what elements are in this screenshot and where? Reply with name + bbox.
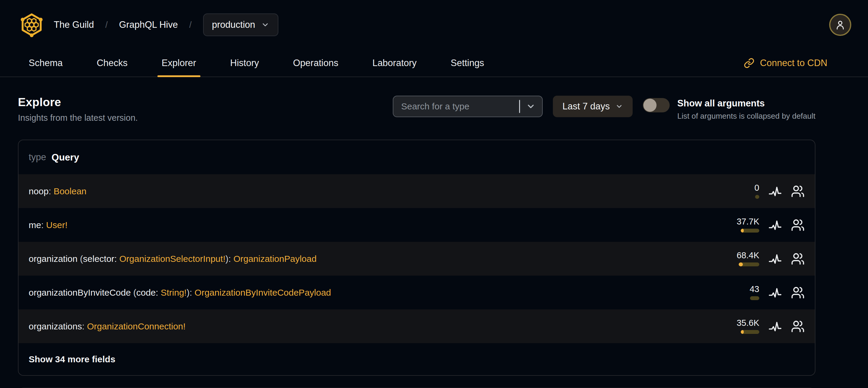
clients-button[interactable]	[791, 184, 805, 198]
breadcrumb: The Guild / GraphQL Hive / production	[54, 13, 278, 36]
user-menu-button[interactable]	[829, 14, 851, 36]
request-count: 0	[754, 183, 759, 192]
page-title: Explore	[18, 96, 138, 109]
field-stats: 35.6K	[709, 319, 805, 334]
argument-type-link[interactable]: OrganizationSelectorInput!	[120, 254, 225, 264]
field-signature: organization (selector: OrganizationSele…	[29, 254, 317, 264]
tab-settings[interactable]: Settings	[448, 50, 487, 77]
requests-over-time-button[interactable]	[768, 218, 782, 232]
activity-icon	[768, 320, 782, 333]
chevron-down-icon	[615, 102, 623, 110]
field-stats: 43	[709, 285, 805, 300]
request-count: 68.4K	[737, 251, 759, 260]
target-selector-button[interactable]: production	[203, 13, 279, 36]
requests-over-time-button[interactable]	[768, 320, 782, 333]
link-icon	[744, 58, 754, 68]
breadcrumb-org[interactable]: The Guild	[54, 20, 94, 30]
field-stats: 37.7K	[709, 217, 805, 233]
clients-button[interactable]	[791, 218, 805, 232]
user-icon	[835, 19, 846, 30]
requests-over-time-button[interactable]	[768, 252, 782, 266]
tab-schema[interactable]: Schema	[26, 50, 65, 77]
type-kind-label: type	[29, 152, 46, 162]
type-name: Query	[52, 152, 79, 163]
usage-bar	[750, 296, 759, 300]
toggle-description: List of arguments is collapsed by defaul…	[677, 112, 815, 121]
toggle-title: Show all arguments	[677, 98, 815, 109]
field-row: me: User!37.7K	[19, 208, 815, 242]
show-all-arguments-toggle[interactable]	[643, 98, 670, 112]
return-type-link[interactable]: OrganizationConnection!	[87, 321, 185, 331]
clients-button[interactable]	[791, 320, 805, 333]
page-heading: Explore Insights from the latest version…	[18, 96, 138, 123]
usage-bar	[741, 229, 759, 233]
clients-button[interactable]	[791, 286, 805, 300]
search-input[interactable]	[401, 101, 517, 112]
tab-checks[interactable]: Checks	[94, 50, 130, 77]
header: The Guild / GraphQL Hive / production	[0, 0, 868, 50]
field-name: me	[29, 220, 41, 230]
return-type-link[interactable]: User!	[46, 220, 67, 230]
field-row: noop: Boolean0	[19, 174, 815, 208]
request-count-block: 35.6K	[709, 319, 759, 334]
request-count-block: 43	[709, 285, 759, 300]
argument-type-link[interactable]: String!	[161, 288, 187, 297]
toggle-labels: Show all arguments List of arguments is …	[677, 98, 815, 121]
tab-explorer[interactable]: Explorer	[159, 50, 198, 77]
field-stats: 0	[709, 183, 805, 199]
field-name: organizationByInviteCode	[29, 288, 131, 297]
page-subtitle: Insights from the latest version.	[18, 113, 138, 123]
date-range-button[interactable]: Last 7 days	[553, 96, 632, 117]
return-type-link[interactable]: OrganizationPayload	[233, 254, 317, 264]
usage-bar	[741, 330, 759, 334]
main-content: Explore Insights from the latest version…	[0, 77, 868, 388]
request-count-block: 37.7K	[709, 217, 759, 233]
users-icon	[791, 252, 805, 266]
date-range-label: Last 7 days	[562, 101, 610, 112]
requests-over-time-button[interactable]	[768, 286, 782, 300]
hive-logo-icon[interactable]	[18, 12, 45, 37]
type-search-combobox[interactable]	[393, 96, 543, 117]
field-signature: organizationByInviteCode (code: String!)…	[29, 288, 331, 298]
activity-icon	[768, 286, 782, 300]
toggle-knob	[643, 99, 656, 112]
chevron-down-icon	[261, 21, 270, 29]
usage-bar	[755, 195, 759, 199]
usage-bar	[739, 263, 759, 266]
request-count: 37.7K	[737, 217, 759, 226]
users-icon	[791, 320, 805, 333]
request-count-block: 68.4K	[709, 251, 759, 266]
field-signature: noop: Boolean	[29, 186, 87, 197]
request-count: 35.6K	[737, 319, 759, 327]
type-card: type Query noop: Boolean0me: User!37.7Ko…	[18, 140, 815, 376]
show-more-fields-button[interactable]: Show 34 more fields	[19, 343, 815, 375]
tab-history[interactable]: History	[228, 50, 261, 77]
clients-button[interactable]	[791, 252, 805, 266]
tab-bar: Schema Checks Explorer History Operation…	[0, 50, 868, 77]
activity-icon	[768, 218, 782, 232]
requests-over-time-button[interactable]	[768, 184, 782, 198]
request-count: 43	[750, 285, 759, 294]
field-row: organization (selector: OrganizationSele…	[19, 242, 815, 276]
field-signature: organizations: OrganizationConnection!	[29, 321, 185, 331]
users-icon	[791, 218, 805, 232]
field-name: noop	[29, 186, 49, 196]
activity-icon	[768, 184, 782, 198]
users-icon	[791, 184, 805, 198]
tab-laboratory[interactable]: Laboratory	[370, 50, 419, 77]
breadcrumb-separator: /	[105, 20, 107, 30]
target-selector-label: production	[212, 20, 255, 30]
argument-name: code:	[136, 288, 161, 297]
tab-operations[interactable]: Operations	[291, 50, 341, 77]
connect-to-cdn-link[interactable]: Connect to CDN	[744, 50, 827, 77]
field-list: noop: Boolean0me: User!37.7Korganization…	[19, 174, 815, 343]
argument-name: selector:	[83, 254, 120, 264]
chevron-down-icon[interactable]	[526, 101, 535, 111]
return-type-link[interactable]: OrganizationByInviteCodePayload	[194, 288, 331, 297]
connect-to-cdn-label: Connect to CDN	[760, 58, 827, 68]
combobox-separator	[519, 100, 520, 113]
breadcrumb-separator: /	[189, 20, 191, 30]
breadcrumb-project[interactable]: GraphQL Hive	[119, 20, 178, 30]
return-type-link[interactable]: Boolean	[54, 186, 86, 196]
field-row: organizations: OrganizationConnection!35…	[19, 309, 815, 343]
